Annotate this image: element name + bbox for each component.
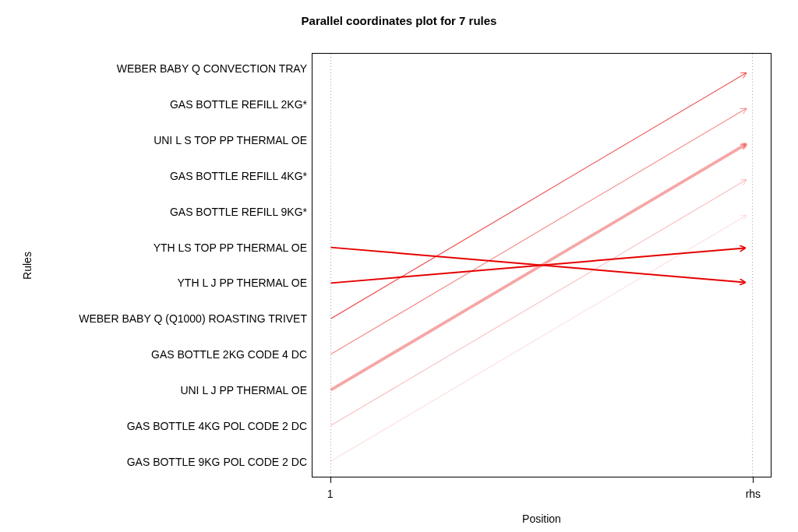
y-tick-label: GAS BOTTLE REFILL 9KG* xyxy=(0,206,307,217)
y-tick-label: WEBER BABY Q CONVECTION TRAY xyxy=(0,63,307,74)
rule-arrow xyxy=(331,73,746,319)
y-tick-label: UNI L S TOP PP THERMAL OE xyxy=(0,135,307,146)
plot-area xyxy=(312,53,772,477)
plot-svg xyxy=(312,54,771,477)
y-tick-label: GAS BOTTLE REFILL 2KG* xyxy=(0,99,307,110)
y-tick-label: GAS BOTTLE REFILL 4KG* xyxy=(0,171,307,181)
chart-title: Parallel coordinates plot for 7 rules xyxy=(0,14,798,27)
y-tick-label: GAS BOTTLE 4KG POL CODE 2 DC xyxy=(0,421,307,432)
rule-arrow xyxy=(331,180,746,425)
y-tick-label: YTH LS TOP PP THERMAL OE xyxy=(0,242,307,253)
y-tick-label: YTH L J PP THERMAL OE xyxy=(0,277,307,288)
chart-container: Parallel coordinates plot for 7 rules Ru… xyxy=(0,0,798,532)
y-tick-label: GAS BOTTLE 2KG CODE 4 DC xyxy=(0,349,307,360)
y-tick-label: WEBER BABY Q (Q1000) ROASTING TRIVET xyxy=(0,313,307,324)
y-tick-label: UNI L J PP THERMAL OE xyxy=(0,385,307,396)
y-tick-label: GAS BOTTLE 9KG POL CODE 2 DC xyxy=(0,456,307,467)
x-tick-rhs xyxy=(753,477,754,483)
rule-arrow xyxy=(331,144,746,389)
x-tick-label-1: 1 xyxy=(327,488,334,500)
x-tick-1 xyxy=(330,477,331,483)
y-tick-labels: WEBER BABY Q CONVECTION TRAYGAS BOTTLE R… xyxy=(0,53,307,477)
x-axis-label: Position xyxy=(312,513,772,525)
x-tick-label-rhs: rhs xyxy=(746,488,761,500)
rule-arrow xyxy=(331,109,746,354)
